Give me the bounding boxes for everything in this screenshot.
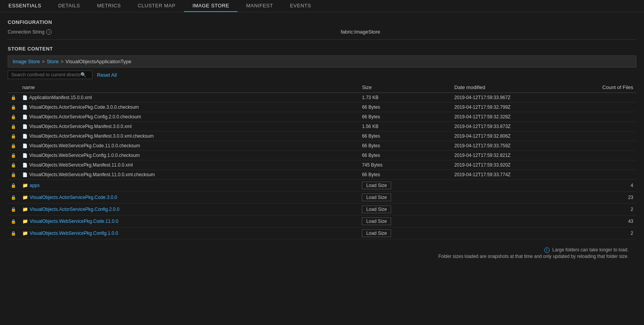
configuration-title: CONFIGURATION: [8, 19, 636, 25]
count-cell: [575, 112, 636, 122]
file-name: VisualObjects.ActorServicePkg.Config.2.0…: [29, 114, 141, 120]
count-cell: [575, 122, 636, 131]
search-input[interactable]: [11, 72, 80, 77]
nav-item-events[interactable]: EVENTS: [281, 0, 319, 12]
search-icon: 🔍: [80, 72, 86, 77]
folder-name[interactable]: VisualObjects.ActorServicePkg.Code.3.0.0: [30, 195, 117, 200]
footer-line2: Folder sizes loaded are snapshots at tha…: [8, 254, 629, 259]
count-cell: 2: [575, 204, 636, 216]
folder-name-cell[interactable]: 📁VisualObjects.WebServicePkg.Config.1.0.…: [19, 227, 359, 239]
nav-item-metrics[interactable]: METRICS: [89, 0, 129, 12]
lock-icon: 🔒: [8, 216, 19, 227]
folder-name-cell[interactable]: 📁VisualObjects.ActorServicePkg.Code.3.0.…: [19, 192, 359, 204]
file-name-cell: 📄VisualObjects.ActorServicePkg.Manifest.…: [19, 122, 359, 131]
main-content: CONFIGURATION Connection String i fabric…: [0, 12, 644, 264]
nav-item-image-store[interactable]: IMAGE STORE: [184, 0, 238, 12]
count-cell: [575, 151, 636, 160]
load-size-button[interactable]: Load Size: [362, 205, 391, 213]
table-row[interactable]: 🔒📁VisualObjects.WebServicePkg.Code.11.0.…: [8, 216, 636, 227]
breadcrumb-sep-1: >: [42, 59, 45, 64]
lock-icon: 🔒: [8, 122, 19, 131]
file-name: ApplicationManifest.15.0.0.xml: [29, 95, 92, 100]
th-name: name: [19, 82, 359, 93]
date-cell: 2019-04-12T17:59:32.806Z: [451, 131, 575, 141]
nav-item-essentials[interactable]: ESSENTIALS: [0, 0, 50, 12]
lock-icon: 🔒: [8, 93, 19, 103]
table-row: 🔒📄VisualObjects.WebServicePkg.Manifest.1…: [8, 160, 636, 170]
table-row[interactable]: 🔒📁VisualObjects.ActorServicePkg.Code.3.0…: [8, 192, 636, 204]
file-name: VisualObjects.ActorServicePkg.Manifest.3…: [29, 133, 154, 139]
th-size: Size: [359, 82, 451, 93]
load-size-button[interactable]: Load Size: [362, 229, 391, 237]
lock-icon: 🔒: [8, 180, 19, 192]
folder-name-cell[interactable]: 📁apps: [19, 180, 359, 192]
file-name: VisualObjects.WebServicePkg.Manifest.11.…: [29, 172, 155, 177]
file-icon: 📄: [22, 143, 28, 148]
nav-bar: ESSENTIALS DETAILS METRICS CLUSTER MAP I…: [0, 0, 644, 12]
folder-name[interactable]: apps: [30, 183, 40, 188]
count-cell: 2: [575, 227, 636, 239]
table-row[interactable]: 🔒📁appsLoad Size4: [8, 180, 636, 192]
folder-name[interactable]: VisualObjects.ActorServicePkg.Config.2.0…: [30, 207, 119, 212]
load-size-button[interactable]: Load Size: [362, 182, 391, 189]
file-icon: 📄: [22, 134, 28, 138]
date-cell: [451, 192, 575, 204]
file-name: VisualObjects.WebServicePkg.Code.11.0.0.…: [29, 143, 140, 148]
folder-name[interactable]: VisualObjects.WebServicePkg.Config.1.0.0: [30, 231, 118, 236]
table-row: 🔒📄ApplicationManifest.15.0.0.xml1.73 KB2…: [8, 93, 636, 103]
date-cell: 2019-04-12T17:59:32.821Z: [451, 151, 575, 160]
breadcrumb-current: VisualObjectsApplicationType: [65, 59, 131, 64]
connection-string-info-icon[interactable]: i: [46, 29, 52, 35]
table-row: 🔒📄VisualObjects.ActorServicePkg.Code.3.0…: [8, 103, 636, 112]
count-cell: 43: [575, 216, 636, 227]
folder-icon: 📁: [22, 207, 28, 212]
size-cell: 66 Bytes: [359, 151, 451, 160]
breadcrumb-image-store[interactable]: Image Store: [13, 59, 40, 64]
lock-icon: 🔒: [8, 131, 19, 141]
size-cell: 66 Bytes: [359, 112, 451, 122]
file-name-cell: 📄VisualObjects.WebServicePkg.Config.1.0.…: [19, 151, 359, 160]
breadcrumb-store[interactable]: Store: [47, 59, 59, 64]
lock-icon: 🔒: [8, 151, 19, 160]
table-body: 🔒📄ApplicationManifest.15.0.0.xml1.73 KB2…: [8, 93, 636, 239]
nav-item-manifest[interactable]: MANIFEST: [238, 0, 281, 12]
date-cell: 2019-04-12T17:59:33.967Z: [451, 93, 575, 103]
folder-icon: 📁: [22, 195, 28, 200]
folder-name-cell[interactable]: 📁VisualObjects.ActorServicePkg.Config.2.…: [19, 204, 359, 216]
count-cell: 4: [575, 180, 636, 192]
table-row: 🔒📄VisualObjects.WebServicePkg.Config.1.0…: [8, 151, 636, 160]
table-row: 🔒📄VisualObjects.WebServicePkg.Manifest.1…: [8, 170, 636, 180]
folder-icon: 📁: [22, 183, 28, 188]
load-size-button[interactable]: Load Size: [362, 217, 391, 225]
nav-item-details[interactable]: DETAILS: [50, 0, 89, 12]
folder-name[interactable]: VisualObjects.WebServicePkg.Code.11.0.0: [30, 219, 118, 224]
size-cell: 1.73 KB: [359, 93, 451, 103]
date-cell: [451, 180, 575, 192]
file-name-cell: 📄VisualObjects.ActorServicePkg.Config.2.…: [19, 112, 359, 122]
size-cell: Load Size: [359, 227, 451, 239]
file-icon: 📄: [22, 105, 28, 109]
lock-icon: 🔒: [8, 103, 19, 112]
lock-icon: 🔒: [8, 227, 19, 239]
date-cell: 2019-04-12T17:59:33.873Z: [451, 122, 575, 131]
nav-item-cluster-map[interactable]: CLUSTER MAP: [129, 0, 184, 12]
file-name: VisualObjects.WebServicePkg.Config.1.0.0…: [29, 153, 140, 158]
folder-icon: 📁: [22, 231, 28, 236]
table-row[interactable]: 🔒📁VisualObjects.WebServicePkg.Config.1.0…: [8, 227, 636, 239]
count-cell: [575, 170, 636, 180]
date-cell: [451, 204, 575, 216]
size-cell: Load Size: [359, 204, 451, 216]
search-row: 🔍 Reset All: [8, 71, 636, 79]
folder-name-cell[interactable]: 📁VisualObjects.WebServicePkg.Code.11.0.0: [19, 216, 359, 227]
file-name-cell: 📄VisualObjects.WebServicePkg.Code.11.0.0…: [19, 141, 359, 151]
date-cell: [451, 227, 575, 239]
table-row[interactable]: 🔒📁VisualObjects.ActorServicePkg.Config.2…: [8, 204, 636, 216]
reset-all-button[interactable]: Reset All: [97, 72, 117, 78]
date-cell: 2019-04-12T17:59:32.328Z: [451, 112, 575, 122]
th-date: Date modified: [451, 82, 575, 93]
load-size-button[interactable]: Load Size: [362, 194, 391, 201]
table-row: 🔒📄VisualObjects.WebServicePkg.Code.11.0.…: [8, 141, 636, 151]
size-cell: 1.56 KB: [359, 122, 451, 131]
footer-line1: Large folders can take longer to load.: [552, 247, 629, 253]
count-cell: 23: [575, 192, 636, 204]
